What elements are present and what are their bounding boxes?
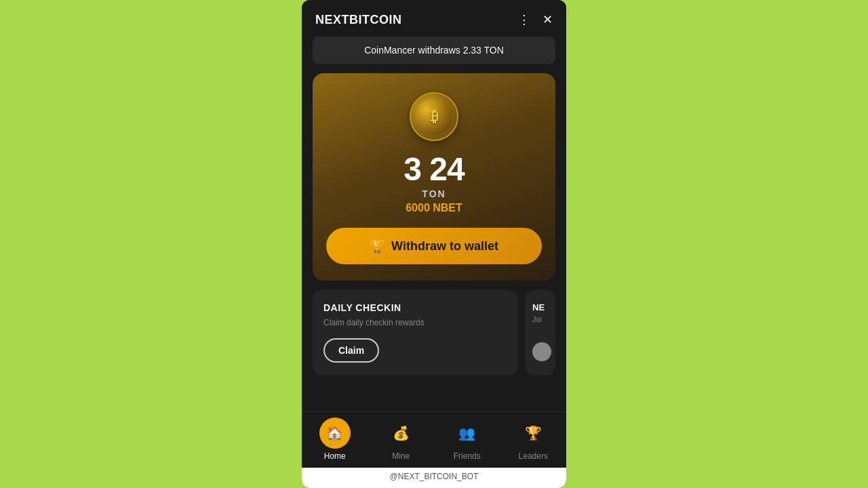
nav-icon-wrap-home: 🏠 [319,418,351,449]
app-title: NEXTBITCOIN [315,13,402,27]
partial-card-title: NE [532,302,549,312]
partial-card-desc: Joi [532,315,549,323]
nav-label-leaders: Leaders [519,451,548,461]
partial-avatar [532,342,551,361]
friends-icon: 👥 [458,425,475,441]
claim-button[interactable]: Claim [323,338,379,363]
coin-icon-inner: ₿ [416,98,452,135]
withdraw-button[interactable]: 🏆 Withdraw to wallet [326,228,542,264]
nav-item-home[interactable]: 🏠 Home [302,418,368,461]
mine-icon: 💰 [393,425,410,441]
nav-item-mine[interactable]: 💰 Mine [368,418,435,461]
app-window: NEXTBITCOIN ⋮ ✕ CoinMancer withdraws 2.3… [302,0,566,488]
balance-currency: TON [422,188,446,199]
header-actions: ⋮ ✕ [518,12,553,27]
coin-symbol: ₿ [431,108,438,125]
daily-checkin-card: DAILY CHECKIN Claim daily checkin reward… [313,290,517,375]
footer-text: @NEXT_BITCOIN_BOT [390,472,479,481]
balance-amount: 3 24 [403,153,464,186]
nav-item-friends[interactable]: 👥 Friends [434,418,500,461]
nav-label-home: Home [324,451,346,461]
close-icon[interactable]: ✕ [542,12,553,27]
ticker-message: CoinMancer withdraws 2.33 TON [364,45,504,56]
partial-card: NE Joi [526,290,555,375]
nav-icon-wrap-friends: 👥 [452,418,483,449]
balance-row: 3 24 [403,153,464,186]
footer: @NEXT_BITCOIN_BOT [302,468,566,488]
more-icon[interactable]: ⋮ [518,12,530,27]
withdraw-icon: 🏆 [370,239,384,253]
main-card: ₿ 3 24 TON 6000 NBET 🏆 Withdraw to walle… [313,73,555,281]
home-icon: 🏠 [326,425,343,441]
header: NEXTBITCOIN ⋮ ✕ [302,0,566,37]
coin-icon: ₿ [410,92,458,141]
leaders-icon: 🏆 [525,425,542,441]
nav-icon-wrap-mine: 💰 [385,418,416,449]
nav-item-leaders[interactable]: 🏆 Leaders [500,418,567,461]
daily-checkin-title: DAILY CHECKIN [323,302,507,313]
nav-label-mine: Mine [392,451,410,461]
withdraw-label: Withdraw to wallet [391,239,498,253]
ticker-banner: CoinMancer withdraws 2.33 TON [313,37,555,64]
nav-icon-wrap-leaders: 🏆 [517,418,549,449]
balance-nbet: 6000 NBET [406,202,462,214]
nav-label-friends: Friends [454,451,481,461]
bottom-nav: 🏠 Home 💰 Mine 👥 Friends 🏆 Leaders [302,411,566,468]
daily-checkin-desc: Claim daily checkin rewards [323,317,507,329]
cards-row: DAILY CHECKIN Claim daily checkin reward… [313,290,555,375]
